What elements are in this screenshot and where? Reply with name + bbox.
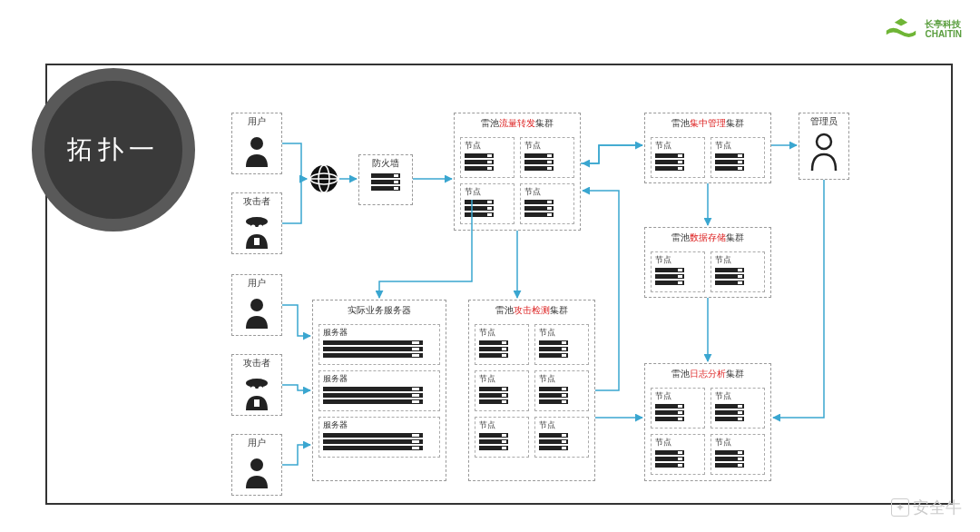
- cluster-node: 节点: [520, 137, 574, 178]
- cluster-node: 节点: [710, 388, 765, 429]
- user-icon: [232, 451, 281, 493]
- cluster-node: 节点: [534, 370, 589, 411]
- cluster-mgmt: 雷池集中管理集群 节点 节点: [644, 113, 771, 183]
- svg-point-3: [251, 225, 256, 230]
- svg-point-4: [259, 225, 263, 230]
- server-icon: [359, 172, 412, 195]
- svg-point-6: [250, 299, 263, 311]
- cluster-title: 雷池数据存储集群: [645, 228, 770, 248]
- actor-attacker-2: 攻击者: [231, 354, 282, 416]
- cluster-title: 雷池流量转发集群: [455, 113, 580, 133]
- cluster-traffic: 雷池流量转发集群 节点 节点 节点 节点: [454, 113, 581, 231]
- cluster-node: 节点: [651, 137, 705, 178]
- cluster-log: 雷池日志分析集群 节点 节点 节点 节点: [644, 363, 771, 481]
- user-icon: [232, 130, 281, 172]
- svg-point-9: [251, 387, 256, 391]
- user-icon: [232, 291, 281, 333]
- svg-point-10: [259, 387, 263, 391]
- attacker-icon: [232, 210, 281, 251]
- brand-logo-area: 长亭科技 CHAITIN: [885, 18, 962, 40]
- globe-icon: [309, 163, 339, 198]
- cluster-title: 雷池日志分析集群: [645, 364, 770, 384]
- svg-point-17: [817, 134, 831, 149]
- svg-rect-11: [254, 399, 260, 407]
- cluster-node: 节点: [710, 434, 765, 475]
- cluster-title: 雷池攻击检测集群: [469, 300, 594, 320]
- firewall-box: 防火墙: [358, 154, 413, 205]
- svg-point-0: [250, 137, 263, 150]
- cluster-node: 节点: [651, 434, 705, 475]
- svg-point-12: [250, 458, 263, 471]
- brand-name-en: CHAITIN: [925, 29, 962, 39]
- cluster-node: 节点: [475, 370, 529, 411]
- cluster-biz-servers: 实际业务服务器 服务器 服务器 服务器: [312, 300, 446, 481]
- cluster-node: 节点: [534, 324, 589, 365]
- attacker-icon: [232, 371, 281, 413]
- actor-user-2: 用户: [231, 274, 282, 336]
- server-node: 服务器: [318, 324, 440, 365]
- brand-name-cn: 长亭科技: [925, 19, 962, 29]
- server-node: 服务器: [318, 417, 440, 458]
- actor-user-1: 用户: [231, 113, 282, 174]
- cluster-node: 节点: [534, 417, 589, 458]
- title-badge: 拓扑一: [32, 68, 195, 232]
- server-node: 服务器: [318, 370, 440, 411]
- watermark: ✦ 安全牛: [891, 497, 962, 518]
- cluster-node: 节点: [651, 251, 705, 292]
- wechat-icon: ✦: [891, 498, 909, 517]
- actor-user-3: 用户: [231, 434, 282, 496]
- cluster-storage: 雷池数据存储集群 节点 节点: [644, 227, 771, 298]
- cluster-title: 实际业务服务器: [313, 300, 446, 320]
- chaitin-logo-icon: [885, 18, 917, 40]
- cluster-node: 节点: [460, 137, 514, 178]
- cluster-node: 节点: [520, 183, 574, 224]
- admin-icon: [799, 130, 848, 172]
- cluster-node: 节点: [710, 137, 765, 178]
- cluster-node: 节点: [460, 183, 514, 224]
- svg-rect-5: [254, 238, 260, 245]
- cluster-node: 节点: [475, 324, 529, 365]
- cluster-node: 节点: [475, 417, 529, 458]
- cluster-detect: 雷池攻击检测集群 节点 节点 节点 节点 节点 节点: [468, 300, 595, 481]
- cluster-title: 雷池集中管理集群: [645, 113, 770, 133]
- diagram-title: 拓扑一: [67, 133, 160, 167]
- actor-admin: 管理员: [799, 113, 849, 180]
- cluster-node: 节点: [651, 388, 705, 429]
- actor-attacker-1: 攻击者: [231, 192, 282, 254]
- cluster-node: 节点: [710, 251, 765, 292]
